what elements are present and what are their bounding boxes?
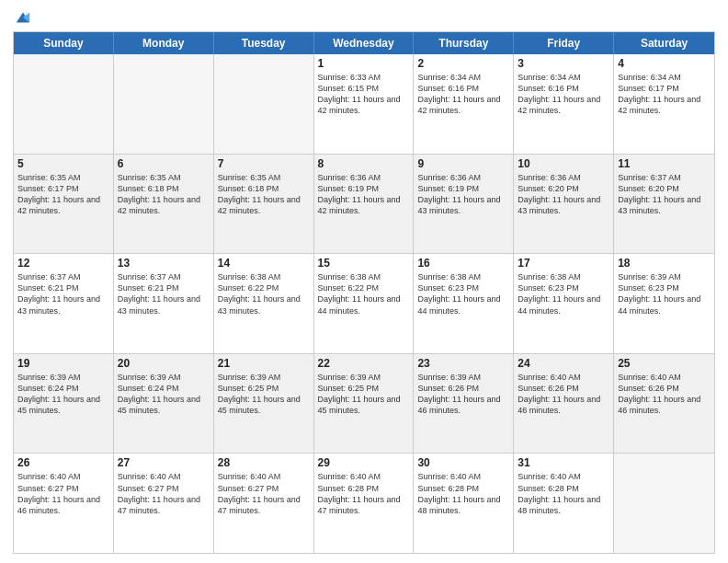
day-info: Sunrise: 6:38 AMSunset: 6:23 PMDaylight:…: [417, 271, 509, 316]
page: SundayMondayTuesdayWednesdayThursdayFrid…: [0, 0, 728, 563]
day-info: Sunrise: 6:35 AMSunset: 6:18 PMDaylight:…: [218, 172, 310, 217]
day-number: 20: [118, 357, 210, 370]
day-info: Sunrise: 6:40 AMSunset: 6:28 PMDaylight:…: [518, 471, 609, 516]
calendar-day-cell: 1Sunrise: 6:33 AMSunset: 6:15 PMDaylight…: [314, 54, 415, 154]
day-number: 11: [618, 157, 711, 170]
calendar-header-row: SundayMondayTuesdayWednesdayThursdayFrid…: [14, 32, 714, 54]
day-info: Sunrise: 6:34 AMSunset: 6:16 PMDaylight:…: [518, 72, 609, 117]
calendar-day-cell: 2Sunrise: 6:34 AMSunset: 6:16 PMDaylight…: [414, 54, 514, 154]
calendar-day-cell: 27Sunrise: 6:40 AMSunset: 6:27 PMDayligh…: [114, 454, 214, 553]
calendar-day-cell: 9Sunrise: 6:36 AMSunset: 6:19 PMDaylight…: [414, 155, 514, 254]
calendar-header-cell: Sunday: [14, 32, 114, 54]
day-info: Sunrise: 6:39 AMSunset: 6:24 PMDaylight:…: [118, 372, 210, 417]
calendar-day-cell: 14Sunrise: 6:38 AMSunset: 6:22 PMDayligh…: [214, 254, 314, 353]
day-info: Sunrise: 6:37 AMSunset: 6:21 PMDaylight:…: [118, 271, 210, 316]
calendar: SundayMondayTuesdayWednesdayThursdayFrid…: [13, 31, 715, 554]
day-number: 29: [318, 456, 410, 469]
day-info: Sunrise: 6:40 AMSunset: 6:26 PMDaylight:…: [618, 372, 711, 417]
calendar-day-cell: 6Sunrise: 6:35 AMSunset: 6:18 PMDaylight…: [114, 155, 214, 254]
day-info: Sunrise: 6:40 AMSunset: 6:28 PMDaylight:…: [417, 471, 509, 516]
day-info: Sunrise: 6:38 AMSunset: 6:22 PMDaylight:…: [318, 271, 410, 316]
calendar-day-cell: 4Sunrise: 6:34 AMSunset: 6:17 PMDaylight…: [614, 54, 714, 154]
day-number: 15: [318, 257, 410, 270]
day-info: Sunrise: 6:36 AMSunset: 6:19 PMDaylight:…: [417, 172, 509, 217]
calendar-day-cell: 28Sunrise: 6:40 AMSunset: 6:27 PMDayligh…: [214, 454, 314, 553]
day-info: Sunrise: 6:35 AMSunset: 6:17 PMDaylight:…: [17, 172, 109, 217]
calendar-header-cell: Saturday: [614, 32, 714, 54]
day-number: 30: [417, 456, 509, 469]
header: [13, 9, 715, 26]
calendar-day-cell: 26Sunrise: 6:40 AMSunset: 6:27 PMDayligh…: [14, 454, 114, 553]
day-info: Sunrise: 6:36 AMSunset: 6:19 PMDaylight:…: [318, 172, 410, 217]
calendar-day-cell: [214, 54, 314, 154]
day-info: Sunrise: 6:37 AMSunset: 6:21 PMDaylight:…: [17, 271, 109, 316]
day-info: Sunrise: 6:39 AMSunset: 6:25 PMDaylight:…: [318, 372, 410, 417]
day-number: 8: [318, 157, 410, 170]
day-info: Sunrise: 6:34 AMSunset: 6:17 PMDaylight:…: [618, 72, 711, 117]
calendar-day-cell: 17Sunrise: 6:38 AMSunset: 6:23 PMDayligh…: [514, 254, 614, 353]
calendar-day-cell: 16Sunrise: 6:38 AMSunset: 6:23 PMDayligh…: [414, 254, 514, 353]
day-info: Sunrise: 6:35 AMSunset: 6:18 PMDaylight:…: [118, 172, 210, 217]
day-info: Sunrise: 6:39 AMSunset: 6:23 PMDaylight:…: [618, 271, 711, 316]
calendar-day-cell: 11Sunrise: 6:37 AMSunset: 6:20 PMDayligh…: [614, 155, 714, 254]
day-number: 19: [17, 357, 109, 370]
day-number: 12: [17, 257, 109, 270]
logo: [13, 9, 31, 26]
day-number: 27: [118, 456, 210, 469]
calendar-day-cell: [614, 454, 714, 553]
day-number: 14: [218, 257, 310, 270]
day-number: 28: [218, 456, 310, 469]
calendar-header-cell: Monday: [114, 32, 214, 54]
day-info: Sunrise: 6:40 AMSunset: 6:27 PMDaylight:…: [218, 471, 310, 516]
day-number: 18: [618, 257, 711, 270]
calendar-day-cell: 13Sunrise: 6:37 AMSunset: 6:21 PMDayligh…: [114, 254, 214, 353]
day-info: Sunrise: 6:36 AMSunset: 6:20 PMDaylight:…: [518, 172, 609, 217]
day-number: 4: [618, 57, 711, 70]
day-number: 2: [417, 57, 509, 70]
calendar-day-cell: 25Sunrise: 6:40 AMSunset: 6:26 PMDayligh…: [614, 354, 714, 454]
calendar-week-row: 19Sunrise: 6:39 AMSunset: 6:24 PMDayligh…: [14, 354, 714, 454]
calendar-day-cell: 23Sunrise: 6:39 AMSunset: 6:26 PMDayligh…: [414, 354, 514, 454]
calendar-day-cell: 3Sunrise: 6:34 AMSunset: 6:16 PMDaylight…: [514, 54, 614, 154]
day-info: Sunrise: 6:37 AMSunset: 6:20 PMDaylight:…: [618, 172, 711, 217]
calendar-week-row: 26Sunrise: 6:40 AMSunset: 6:27 PMDayligh…: [14, 454, 714, 553]
calendar-header-cell: Tuesday: [214, 32, 314, 54]
day-info: Sunrise: 6:39 AMSunset: 6:25 PMDaylight:…: [218, 372, 310, 417]
day-info: Sunrise: 6:38 AMSunset: 6:22 PMDaylight:…: [218, 271, 310, 316]
day-number: 16: [417, 257, 509, 270]
day-info: Sunrise: 6:33 AMSunset: 6:15 PMDaylight:…: [318, 72, 410, 117]
calendar-day-cell: 24Sunrise: 6:40 AMSunset: 6:26 PMDayligh…: [514, 354, 614, 454]
day-number: 21: [218, 357, 310, 370]
day-info: Sunrise: 6:40 AMSunset: 6:26 PMDaylight:…: [518, 372, 609, 417]
calendar-week-row: 1Sunrise: 6:33 AMSunset: 6:15 PMDaylight…: [14, 54, 714, 155]
calendar-day-cell: 5Sunrise: 6:35 AMSunset: 6:17 PMDaylight…: [14, 155, 114, 254]
day-number: 3: [518, 57, 609, 70]
calendar-day-cell: 20Sunrise: 6:39 AMSunset: 6:24 PMDayligh…: [114, 354, 214, 454]
calendar-day-cell: 29Sunrise: 6:40 AMSunset: 6:28 PMDayligh…: [314, 454, 415, 553]
day-info: Sunrise: 6:39 AMSunset: 6:26 PMDaylight:…: [417, 372, 509, 417]
day-info: Sunrise: 6:40 AMSunset: 6:27 PMDaylight:…: [118, 471, 210, 516]
day-number: 6: [118, 157, 210, 170]
day-number: 9: [417, 157, 509, 170]
logo-icon: [15, 9, 31, 26]
day-info: Sunrise: 6:40 AMSunset: 6:27 PMDaylight:…: [17, 471, 109, 516]
day-number: 17: [518, 257, 609, 270]
calendar-day-cell: 22Sunrise: 6:39 AMSunset: 6:25 PMDayligh…: [314, 354, 415, 454]
calendar-day-cell: 8Sunrise: 6:36 AMSunset: 6:19 PMDaylight…: [314, 155, 415, 254]
day-number: 1: [318, 57, 410, 70]
calendar-day-cell: 12Sunrise: 6:37 AMSunset: 6:21 PMDayligh…: [14, 254, 114, 353]
day-number: 10: [518, 157, 609, 170]
day-info: Sunrise: 6:39 AMSunset: 6:24 PMDaylight:…: [17, 372, 109, 417]
day-number: 23: [417, 357, 509, 370]
calendar-day-cell: 19Sunrise: 6:39 AMSunset: 6:24 PMDayligh…: [14, 354, 114, 454]
day-number: 24: [518, 357, 609, 370]
calendar-day-cell: 31Sunrise: 6:40 AMSunset: 6:28 PMDayligh…: [514, 454, 614, 553]
calendar-day-cell: 18Sunrise: 6:39 AMSunset: 6:23 PMDayligh…: [614, 254, 714, 353]
day-number: 26: [17, 456, 109, 469]
day-info: Sunrise: 6:38 AMSunset: 6:23 PMDaylight:…: [518, 271, 609, 316]
day-number: 22: [318, 357, 410, 370]
day-number: 5: [17, 157, 109, 170]
calendar-week-row: 5Sunrise: 6:35 AMSunset: 6:17 PMDaylight…: [14, 155, 714, 255]
calendar-day-cell: 15Sunrise: 6:38 AMSunset: 6:22 PMDayligh…: [314, 254, 415, 353]
day-number: 7: [218, 157, 310, 170]
